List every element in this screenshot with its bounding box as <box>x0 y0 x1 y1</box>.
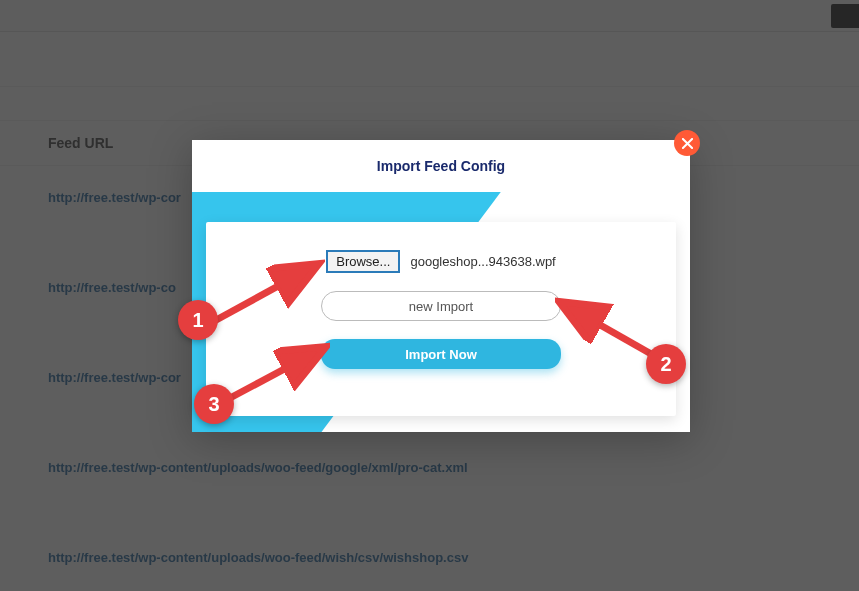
import-feed-modal: Import Feed Config Browse... googleshop.… <box>192 140 690 432</box>
inner-card: Browse... googleshop...943638.wpf Import… <box>206 222 676 416</box>
close-icon <box>682 138 693 149</box>
import-now-button[interactable]: Import Now <box>321 339 561 369</box>
close-button[interactable] <box>674 130 700 156</box>
modal-title: Import Feed Config <box>192 140 690 192</box>
modal-body: Browse... googleshop...943638.wpf Import… <box>192 192 690 432</box>
selected-file-name: googleshop...943638.wpf <box>410 254 555 269</box>
file-picker-row: Browse... googleshop...943638.wpf <box>326 250 555 273</box>
import-name-input[interactable] <box>321 291 561 321</box>
browse-button[interactable]: Browse... <box>326 250 400 273</box>
